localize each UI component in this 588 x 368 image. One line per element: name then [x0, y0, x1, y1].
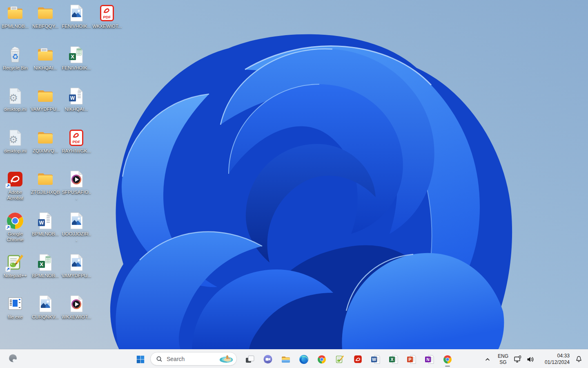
desktop-icon-label: NIKHQAI... [34, 65, 57, 71]
running-indicator [445, 366, 450, 367]
desktop-icon-bpmlnob[interactable]: WBPMLNOB... [30, 211, 60, 237]
taskbar-notepad-plus-plus-button[interactable] [332, 351, 348, 368]
word-icon: W [370, 354, 381, 365]
clock-time: 04:33 [545, 353, 570, 359]
desktop-icon-label: RAYHIWGK... [62, 148, 91, 154]
desktop-icon-nikhqai[interactable]: NIKHQAI... [30, 45, 60, 71]
desktop-icon-google-chrome[interactable]: Google Chrome [0, 211, 30, 242]
desktop-icon-bpmlnob[interactable]: BPMLNOB... [0, 3, 30, 29]
desktop-icon-notepad++[interactable]: Notepad++ [0, 253, 30, 278]
desktop-icon-label: Adobe Acrobat [0, 189, 30, 201]
taskbar-powerpoint-button[interactable]: P [403, 351, 420, 368]
svg-text:X: X [40, 261, 43, 267]
chat-icon [263, 354, 273, 365]
taskbar-chrome-button[interactable] [314, 351, 330, 368]
start-button[interactable] [132, 351, 149, 368]
desktop-icon-desktop-ini[interactable]: ⚙desktop.ini [0, 86, 30, 112]
desktop-icon-sfpusafio[interactable]: SFPUSAFIO... [61, 169, 91, 201]
desktop-icon-rayhiwgk[interactable]: PDFRAYHIWGK... [61, 128, 91, 154]
network-button[interactable] [512, 351, 523, 368]
desktop-icon-label: WKXEWIOT... [92, 23, 122, 29]
taskbar-chat-button[interactable] [260, 351, 276, 368]
desktop-icon-label: ZQIXMVQ... [33, 148, 58, 154]
svg-text:PDF: PDF [103, 15, 111, 19]
word-icon: W [67, 86, 86, 106]
chrome-icon [5, 211, 25, 231]
search-icon [156, 356, 163, 362]
exe-icon [5, 294, 25, 314]
desktop-icon-uoojjozir[interactable]: UOOJJOZIR... [61, 211, 91, 242]
svg-text:⚙: ⚙ [9, 134, 18, 145]
desktop-icon-vamydfpu[interactable]: VAMYDFPU... [61, 253, 91, 278]
desktop-icon-label: desktop.ini [4, 106, 27, 112]
desktop-icon-file-exe[interactable]: file.exe [0, 294, 30, 320]
desktop-icon-vamydfpu[interactable]: VAMYDFPU... [30, 86, 60, 112]
excel-icon: X [36, 253, 55, 272]
shortcut-arrow-icon [5, 267, 11, 272]
tray-overflow-button[interactable] [481, 351, 494, 368]
desktop-icon-label: BPMLNOB... [2, 23, 29, 29]
desktop-icon-nikhqai[interactable]: WNIKHQAI... [61, 86, 91, 112]
chrome-icon [317, 355, 327, 364]
desktop-icon-fenivhoik[interactable]: FENIVHOIK... [61, 3, 91, 29]
taskbar-acrobat-button[interactable] [350, 351, 366, 368]
desktop-icon-label: FENIVHOIK... [62, 23, 91, 29]
svg-text:⚙: ⚙ [9, 92, 18, 103]
desktop-icon-label: Google Chrome [0, 231, 30, 242]
svg-text:N: N [426, 357, 430, 361]
folder-docs-icon [5, 3, 25, 23]
desktop-icon-adobe-acrobat[interactable]: Adobe Acrobat [0, 169, 30, 201]
taskbar-task-view-button[interactable] [242, 351, 258, 368]
language-indicator[interactable]: ENG SG [496, 351, 510, 368]
svg-text:W: W [70, 95, 75, 101]
desktop-icon-label: BPMLNOB... [32, 231, 59, 237]
desktop-icon-ztgjilhxqb[interactable]: ZTGJILHXQB [30, 169, 60, 195]
media-icon [67, 294, 86, 314]
desktop-icon-fenivhoik[interactable]: XFENIVHOIK... [61, 45, 91, 71]
svg-text:♻: ♻ [12, 53, 18, 61]
taskbar-onenote-button[interactable]: N [421, 351, 438, 368]
desktop-icon-nebfqqy[interactable]: NEBFQQY... [30, 3, 60, 29]
desktop-icon-label: Recycle Bin [3, 65, 28, 71]
desktop-icon-label: WKXEWIOT... [62, 314, 91, 320]
shortcut-arrow-icon [5, 183, 11, 188]
clock[interactable]: 04:33 01/12/2024 [538, 351, 570, 368]
bell-icon [575, 355, 583, 363]
taskbar-word-button[interactable]: W [368, 351, 384, 368]
taskbar-chrome-active-button[interactable] [439, 351, 456, 368]
image-icon [67, 3, 86, 23]
powerpoint-icon: P [406, 354, 417, 365]
taskbar-excel-button[interactable]: X [385, 351, 402, 368]
desktop-icon-recycle-bin[interactable]: ♻Recycle Bin [0, 45, 30, 71]
desktop-icon-wkxewiot[interactable]: PDFWKXEWIOT... [92, 3, 122, 29]
desktop-icon-desktop-ini[interactable]: ⚙desktop.ini [0, 128, 30, 154]
windows-start-icon [136, 355, 145, 364]
file-explorer-icon [281, 354, 291, 365]
desktop-icon-bpmlnob[interactable]: XBPMLNOB... [30, 253, 60, 278]
desktop-icon-wkxewiot[interactable]: WKXEWIOT... [61, 294, 91, 320]
desktop-icon-label: file.exe [8, 314, 22, 320]
folder-icon [36, 3, 55, 23]
taskbar-file-explorer-button[interactable] [278, 351, 294, 368]
taskbar-apps: WXPN [238, 350, 456, 368]
acrobat-icon [353, 355, 363, 364]
image-icon [36, 294, 55, 314]
desktop-icon-curqnkv[interactable]: CURQNKV... [30, 294, 60, 320]
svg-text:X: X [71, 54, 74, 60]
widgets-weather-button[interactable] [5, 350, 21, 367]
search-box[interactable]: Search [150, 352, 237, 366]
recycle-bin-icon: ♻ [5, 45, 25, 65]
desktop-icon-label: desktop.ini [4, 148, 27, 154]
volume-button[interactable] [525, 351, 536, 368]
desktop-icon-label: VAMYDFPU... [62, 273, 91, 278]
desktop-icon-zqixmvq[interactable]: ZQIXMVQ... [30, 128, 60, 154]
ini-icon: ⚙ [5, 86, 25, 106]
desktop-icon-label: ZTGJILHXQB [31, 189, 60, 195]
pdf-icon: PDF [97, 3, 117, 23]
notifications-button[interactable] [572, 351, 585, 368]
desktop-icon-label: NEBFQQY... [32, 23, 58, 29]
taskbar-edge-button[interactable] [296, 351, 312, 368]
desktop-icon-label: CURQNKV... [32, 314, 59, 320]
svg-text:W: W [372, 357, 376, 361]
desktop-icon-label: Notepad++ [4, 273, 27, 278]
